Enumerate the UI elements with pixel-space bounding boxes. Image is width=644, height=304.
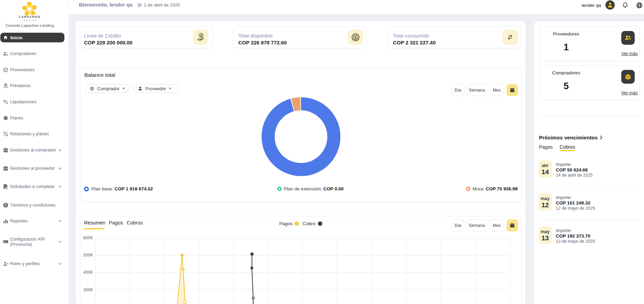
svg-text:600K: 600K xyxy=(83,235,93,240)
svg-text:400K: 400K xyxy=(83,270,93,275)
svg-text:300K: 300K xyxy=(83,287,93,292)
svg-text:500K: 500K xyxy=(83,253,93,258)
